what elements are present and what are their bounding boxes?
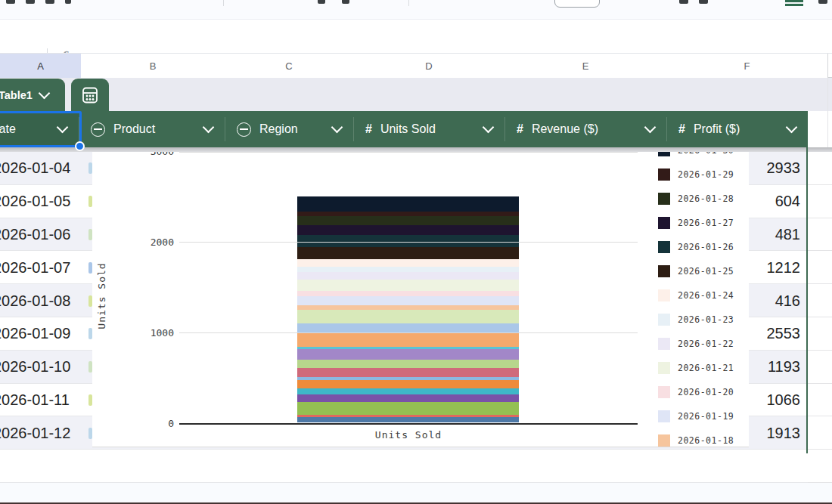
cell-profit[interactable]: 1193	[749, 351, 800, 384]
toolbar-icon[interactable]	[45, 0, 54, 4]
cell-divider	[666, 117, 667, 141]
undo-icon[interactable]	[318, 0, 325, 4]
bar-segment-2026-01-23	[297, 267, 519, 272]
date-value: 2026-01-06	[0, 226, 70, 243]
number-type-icon: #	[365, 122, 372, 136]
selection-handle[interactable]	[75, 141, 85, 151]
toolbar-icon[interactable]	[699, 0, 708, 4]
sheet-row-right[interactable]	[808, 185, 832, 218]
column-header-c[interactable]: C	[225, 54, 354, 78]
cell-profit[interactable]: 1212	[749, 251, 800, 284]
cell-date[interactable]: 2026-01-08	[0, 284, 81, 317]
legend-item-2026-01-24: 2026-01-24	[658, 289, 734, 301]
bar-segment-2026-01-15	[297, 332, 519, 347]
cell-profit[interactable]: 481	[749, 218, 800, 252]
bar-segment-2026-01-13	[297, 349, 519, 360]
cell-date[interactable]: 2026-01-05	[0, 185, 81, 218]
sheet-row-right[interactable]	[808, 284, 832, 317]
profit-value: 1212	[767, 259, 801, 277]
legend-swatch	[658, 362, 670, 374]
cell-profit[interactable]: 1913	[749, 416, 800, 450]
bar-segment-2026-01-08	[297, 388, 519, 394]
column-header-row: ABCDEF	[0, 53, 832, 78]
sheet-row-right[interactable]	[808, 351, 832, 384]
toolbar-divider	[408, 0, 409, 6]
legend-item-2026-01-30: 2026-01-30	[658, 152, 734, 156]
legend-label: 2026-01-26	[678, 242, 734, 252]
cell-date[interactable]: 2026-01-11	[0, 384, 81, 417]
dropdown-chip-icon	[237, 122, 251, 137]
cell-date[interactable]: 2026-01-07	[0, 251, 81, 284]
table-header-product[interactable]: Product	[79, 111, 225, 147]
profit-value: 604	[775, 193, 800, 210]
toolbar-icon[interactable]	[6, 0, 15, 4]
legend-swatch	[658, 434, 670, 447]
legend-swatch	[658, 241, 670, 253]
column-header-b[interactable]: B	[81, 54, 225, 78]
bar-segment-2026-01-17	[297, 310, 519, 323]
cell-divider	[504, 117, 505, 141]
redo-icon[interactable]	[342, 0, 349, 4]
fill-color-icon[interactable]	[785, 0, 803, 2]
table-header-profit-[interactable]: #Profit ($)	[666, 111, 808, 147]
table-name-row	[0, 78, 832, 111]
date-value: 2026-01-08	[0, 292, 70, 310]
cell-profit[interactable]: 1066	[749, 384, 800, 417]
column-header-e[interactable]: E	[504, 54, 667, 78]
date-value: 2026-01-04	[0, 159, 70, 177]
sheet-row-right[interactable]	[808, 218, 832, 252]
sheet-row-right[interactable]	[808, 450, 832, 483]
toolbar-icon[interactable]	[679, 0, 688, 4]
cell-divider	[353, 117, 354, 141]
sheet-row-right[interactable]	[808, 152, 832, 185]
bar-segment-2026-01-30	[297, 196, 519, 212]
sheet-row[interactable]	[0, 450, 808, 483]
sheet-row-right[interactable]	[808, 416, 832, 450]
bar-segment-2026-01-09	[297, 380, 519, 388]
gridline	[179, 242, 638, 243]
legend-item-2026-01-22: 2026-01-22	[658, 338, 734, 350]
paint-format-icon[interactable]	[65, 0, 71, 4]
bar-segment-2026-01-22	[297, 272, 519, 280]
legend-item-2026-01-21: 2026-01-21	[658, 362, 734, 374]
sheet-row-right[interactable]	[808, 251, 832, 284]
date-value: 2026-01-11	[0, 391, 70, 409]
table-grid-icon	[81, 86, 99, 104]
fill-color-icon	[785, 4, 803, 6]
table-header-units-sold[interactable]: #Units Sold	[353, 111, 504, 147]
legend-swatch	[658, 152, 670, 156]
borders-icon[interactable]	[818, 0, 827, 4]
profit-value: 1193	[768, 358, 800, 376]
chevron-down-icon	[786, 122, 798, 134]
column-header-d[interactable]: D	[353, 54, 505, 78]
toolbar-icon[interactable]	[26, 0, 35, 4]
bar-segment-2026-01-12	[297, 360, 519, 368]
column-header-f[interactable]: F	[666, 54, 828, 78]
cell-profit[interactable]: 604	[749, 185, 800, 218]
cell-date[interactable]: 2026-01-10	[0, 351, 81, 384]
profit-value: 416	[775, 292, 800, 310]
table-header-revenue-[interactable]: #Revenue ($)	[504, 111, 666, 147]
date-value: 2026-01-10	[0, 358, 70, 376]
zoom-control[interactable]	[554, 0, 600, 8]
sheet-row-right[interactable]	[808, 384, 832, 417]
cell-date[interactable]: 2026-01-09	[0, 317, 81, 351]
cell-date[interactable]: 2026-01-04	[0, 152, 81, 185]
legend-swatch	[658, 169, 670, 181]
cell-profit[interactable]: 416	[749, 284, 800, 317]
table-header-region[interactable]: Region	[225, 111, 353, 147]
bar-segment-2026-01-16	[297, 323, 519, 332]
column-header-a[interactable]: A	[0, 54, 82, 78]
cell-profit[interactable]: 2933	[749, 152, 800, 185]
legend-label: 2026-01-28	[678, 193, 734, 204]
sheet-row-right[interactable]	[808, 317, 832, 351]
cell-date[interactable]: 2026-01-12	[0, 416, 81, 450]
table-name-chip[interactable]: Table1	[0, 79, 65, 111]
cell-profit[interactable]: 2553	[749, 317, 800, 351]
cell-date[interactable]: 2026-01-06	[0, 218, 81, 252]
y-tick-label: 3000	[92, 152, 174, 157]
embedded-chart[interactable]: Units Sold Units Sold 01000200030002026-…	[92, 152, 749, 447]
table-options-chip[interactable]	[71, 79, 109, 111]
legend-label: 2026-01-23	[678, 314, 734, 325]
bar-segment-2026-01-11	[297, 368, 519, 377]
